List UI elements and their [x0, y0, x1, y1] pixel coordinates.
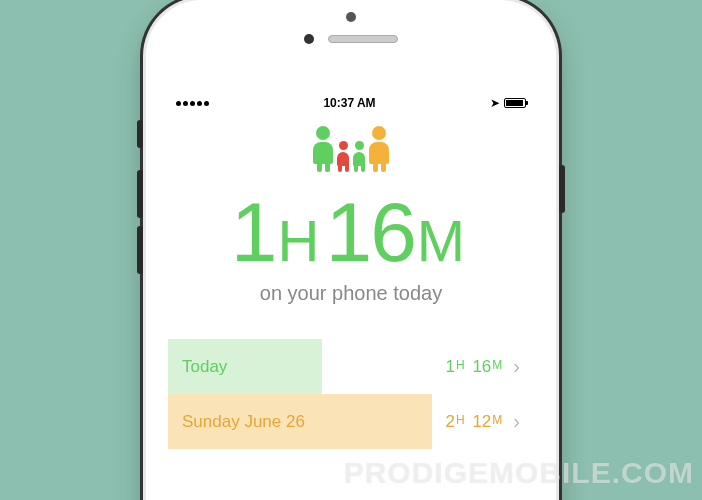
hero-subtitle: on your phone today [168, 282, 534, 305]
signal-dots-icon [176, 101, 209, 106]
hero-minutes: 16 [325, 185, 414, 279]
row-label: Sunday June 26 [182, 412, 305, 432]
app-content: 1H16M on your phone today Today 1H 16M ›… [168, 112, 534, 449]
family-icon [168, 126, 534, 172]
battery-icon [504, 98, 526, 108]
screen: 10:37 AM ➤ [168, 92, 534, 500]
earpiece [328, 35, 398, 43]
front-camera [304, 34, 314, 44]
row-value: 1H 16M [446, 357, 506, 377]
chevron-right-icon: › [513, 355, 520, 378]
history-list: Today 1H 16M › Sunday June 26 2H 12M › [168, 339, 534, 449]
row-value: 2H 12M [446, 412, 506, 432]
chevron-right-icon: › [513, 410, 520, 433]
status-time: 10:37 AM [323, 96, 375, 110]
proximity-sensor [346, 12, 356, 22]
row-label: Today [182, 357, 227, 377]
phone-frame: 10:37 AM ➤ [146, 0, 556, 500]
hero-hours-unit: H [278, 208, 318, 273]
volume-up-button[interactable] [137, 170, 143, 218]
hero-hours: 1 [231, 185, 276, 279]
hero-time: 1H16M [168, 190, 534, 274]
location-arrow-icon: ➤ [490, 96, 500, 110]
volume-down-button[interactable] [137, 226, 143, 274]
status-bar: 10:37 AM ➤ [168, 92, 534, 112]
hero-minutes-unit: M [417, 208, 463, 273]
power-button[interactable] [559, 165, 565, 213]
mute-switch[interactable] [137, 120, 143, 148]
history-row[interactable]: Sunday June 26 2H 12M › [168, 394, 534, 449]
phone-speaker-area [146, 34, 556, 44]
history-row[interactable]: Today 1H 16M › [168, 339, 534, 394]
